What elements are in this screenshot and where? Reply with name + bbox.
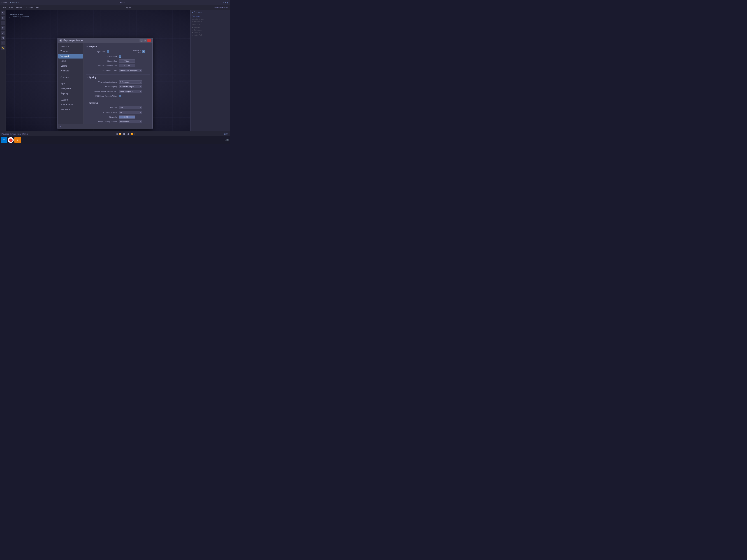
sidebar-item-viewport[interactable]: Viewport [58, 54, 83, 58]
quality-section-header[interactable]: ▼ Quality [86, 76, 150, 79]
label-limit-size: Limit Size [86, 107, 119, 109]
quality-triangle: ▼ [86, 77, 88, 78]
sidebar-item-system[interactable]: System [58, 98, 83, 102]
top-bar: Layout ▶ ⊞ ✦ ◈ ▸ ◂ Layout ⊞ ✦ ◉ [0, 0, 230, 5]
left-toolbar: ↖ ⊕ ✛ ↻ ⤢ ⊞ ✏ 📏 [0, 10, 6, 136]
checkbox-object-info[interactable] [107, 50, 109, 53]
btn-next-keyframe[interactable]: ⏩ [131, 133, 133, 135]
dropdown-grease-pencil[interactable]: MultiSample: 4 ▾ [119, 90, 142, 93]
menu-help[interactable]: Help [34, 6, 42, 9]
sidebar-item-animation[interactable]: Animation [58, 69, 83, 73]
sidebar-sep-1 [58, 73, 83, 75]
sidebar-item-addons[interactable]: Add-ons [58, 75, 83, 80]
layout-label[interactable]: Layout [42, 6, 214, 8]
label-image-display: Image Display Method [86, 121, 119, 123]
toolbar-cursor[interactable]: ⊕ [1, 16, 5, 20]
sidebar-item-navigation[interactable]: Navigation [58, 86, 83, 91]
label-anisotropic: Anisotropic Filter [86, 111, 119, 113]
layout-tab[interactable]: Layout [23, 1, 220, 4]
right-panel-location: Location X: 0.00 [191, 18, 229, 21]
timeline-keying[interactable]: Keying [10, 133, 16, 135]
dropdown-image-display[interactable]: Automatic ▾ [119, 120, 142, 123]
right-panel-rotation: Rotation: 0.00 [191, 21, 229, 23]
btn-jump-end[interactable]: ⏭ [134, 133, 136, 135]
windows-button[interactable]: ⊞ [1, 137, 7, 143]
toolbar-transform[interactable]: ⊞ [1, 36, 5, 40]
checkbox-view-name[interactable] [119, 55, 121, 58]
timeline-playback[interactable]: Playback [1, 133, 9, 135]
label-multisampling: Multisampling [86, 86, 119, 88]
sidebar-item-filepaths[interactable]: File Paths [58, 107, 83, 112]
dropdown-anti-aliasing-arrow: ▾ [140, 81, 141, 83]
right-panel-motion: ▸ Motion Path [191, 34, 229, 36]
sidebar-item-lights[interactable]: Lights [58, 59, 83, 63]
sidebar-item-saveload[interactable]: Save & Load [58, 102, 83, 107]
dropdown-anti-aliasing[interactable]: 8 Samples ▾ [119, 80, 142, 84]
toolbar-icons: ▶ ⊞ ✦ ◈ ▸ ◂ [10, 2, 20, 4]
transport-controls: ⏮ ⏪ ◀ ▶ ▶▶ ⏩ ⏭ [29, 133, 223, 135]
row-viewport-axis: 3D Viewport Axis Interactive Navigation … [86, 69, 150, 72]
display-section-header[interactable]: ▼ Display [86, 46, 150, 48]
dropdown-anisotropic[interactable]: 2x ▾ [119, 111, 142, 114]
dropdown-anisotropic-value: 2x [120, 111, 122, 113]
content-area: ▼ Display Object Info Playback FPS [84, 43, 152, 124]
right-panel-item: ▸ Плоскость [191, 11, 229, 14]
display-section-content: Object Info Playback FPS View Name [86, 49, 150, 72]
sidebar-item-themes[interactable]: Themes [58, 49, 83, 54]
dropdown-viewport-axis-arrow: ▾ [140, 70, 141, 71]
toolbar-scale[interactable]: ⤢ [1, 31, 5, 35]
close-button[interactable]: × [148, 39, 151, 42]
sidebar-item-keymap[interactable]: Keymap [58, 91, 83, 96]
input-clip-alpha[interactable]: 0.004 [119, 115, 135, 118]
input-look-dev[interactable]: 400 px [119, 64, 135, 67]
btn-prev-frame[interactable]: ◀ [122, 133, 124, 135]
toolbar-annotate[interactable]: ✏ [1, 41, 5, 45]
display-title: Display [89, 46, 97, 48]
toolbar-move[interactable]: ✛ [1, 21, 5, 25]
btn-prev-keyframe[interactable]: ⏪ [119, 133, 121, 135]
dropdown-viewport-axis[interactable]: Interactive Navigation ▾ [119, 69, 142, 72]
row-image-display: Image Display Method Automatic ▾ [86, 120, 150, 124]
btn-play[interactable]: ▶ [124, 133, 126, 135]
sidebar-item-input[interactable]: Input [58, 81, 83, 86]
timeline-marker[interactable]: Marker [22, 133, 28, 135]
dropdown-limit-size[interactable]: Off ▾ [119, 106, 142, 109]
right-panel-instancing: ▸ Instancing [191, 31, 229, 34]
maximize-button[interactable]: □ [144, 39, 147, 42]
taskbar-time: 10:15 [225, 139, 229, 141]
preferences-sidebar: Interface Themes Viewport Lights Editing… [58, 43, 84, 124]
menu-render[interactable]: Render [15, 6, 24, 9]
textures-section-header[interactable]: ▼ Textures [86, 102, 150, 104]
toolbar-measure[interactable]: 📏 [1, 46, 5, 50]
blender-button[interactable]: B [15, 137, 21, 143]
value-look-dev: 400 px [119, 64, 150, 67]
dropdown-image-display-arrow: ▾ [140, 121, 141, 123]
title-left: ⚙ Параметры Blender [59, 39, 83, 42]
toolbar-rotate[interactable]: ↻ [1, 26, 5, 30]
checkbox-playback-fps[interactable] [142, 50, 145, 53]
sidebar-item-editing[interactable]: Editing [58, 63, 83, 68]
btn-jump-start[interactable]: ⏮ [115, 133, 118, 135]
checkbox-smooth-wires[interactable] [119, 95, 121, 97]
timeline-view[interactable]: View [17, 133, 21, 135]
input-gizmo-size[interactable]: 75 px [119, 59, 135, 63]
menu-window[interactable]: Window [24, 6, 34, 9]
row-smooth-wires: Edit-Mode Smooth Wires [86, 94, 150, 98]
menu-file[interactable]: File [1, 6, 7, 9]
dropdown-multisampling[interactable]: No MultiSample ▾ [119, 85, 142, 88]
btn-next-frame[interactable]: ▶▶ [127, 133, 130, 135]
chrome-button[interactable]: ⬤ [8, 137, 14, 143]
menu-edit[interactable]: Edit [8, 6, 14, 9]
display-triangle: ▼ [86, 46, 88, 48]
dialog-titlebar[interactable]: ⚙ Параметры Blender _ □ × [58, 38, 152, 43]
label-view-name: View Name [86, 55, 119, 57]
dropdown-anisotropic-arrow: ▾ [140, 111, 141, 113]
textures-title: Textures [89, 102, 98, 104]
header-right: ⊞ ✦ ◉ [223, 2, 228, 4]
toolbar-select[interactable]: ↖ [1, 11, 5, 15]
textures-section-content: Limit Size Off ▾ Anisotropic Filter 2x [86, 106, 150, 124]
footer-menu-icon[interactable]: ≡ [59, 125, 61, 128]
sidebar-item-interface[interactable]: Interface [58, 44, 83, 49]
row-clip-alpha: Clip Alpha 0.004 [86, 115, 150, 119]
minimize-button[interactable]: _ [139, 39, 143, 42]
